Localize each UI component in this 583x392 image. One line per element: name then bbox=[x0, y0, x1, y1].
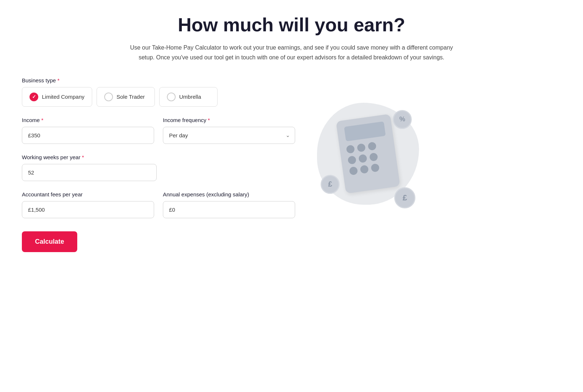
radio-sole-trader[interactable]: Sole Trader bbox=[97, 87, 155, 107]
sole-trader-label: Sole Trader bbox=[117, 94, 145, 100]
fees-row: Accountant fees per year Annual expenses… bbox=[22, 191, 295, 228]
business-type-label: Business type * bbox=[22, 77, 295, 83]
calc-btn-6 bbox=[369, 152, 378, 161]
annual-expenses-group: Annual expenses (excluding salary) bbox=[163, 191, 295, 218]
pound-badge-right: £ bbox=[394, 187, 415, 208]
income-required-star: * bbox=[41, 117, 43, 123]
working-weeks-group: Working weeks per year * bbox=[22, 154, 295, 181]
pound-badge-left: £ bbox=[321, 175, 340, 194]
illustration-section: % £ £ bbox=[310, 99, 426, 216]
income-label: Income * bbox=[22, 117, 154, 123]
calc-btn-3 bbox=[368, 141, 377, 150]
radio-circle-sole bbox=[104, 93, 113, 101]
radio-limited-company[interactable]: Limited Company bbox=[22, 87, 92, 107]
radio-circle-umbrella bbox=[167, 93, 176, 101]
income-group: Income * bbox=[22, 117, 154, 144]
freq-required-star: * bbox=[208, 117, 210, 123]
calc-btn-7 bbox=[349, 166, 358, 175]
checkmark-icon bbox=[30, 93, 38, 101]
calc-btn-1 bbox=[346, 145, 355, 154]
calculator-screen bbox=[344, 121, 386, 141]
accountant-fees-label: Accountant fees per year bbox=[22, 191, 154, 197]
required-star: * bbox=[57, 77, 59, 83]
calc-btn-2 bbox=[357, 143, 366, 152]
form-section: Business type * Limited Company Sole Tra… bbox=[22, 77, 295, 252]
calculator-illustration: % £ £ bbox=[313, 99, 423, 216]
calc-btn-9 bbox=[371, 163, 380, 172]
page-title: How much will you earn? bbox=[22, 15, 561, 35]
radio-umbrella[interactable]: Umbrella bbox=[159, 87, 218, 107]
annual-expenses-input[interactable] bbox=[163, 201, 295, 218]
income-frequency-group: Income frequency * Per day Per week Per … bbox=[163, 117, 295, 144]
calc-btn-8 bbox=[360, 165, 369, 174]
accountant-fees-group: Accountant fees per year bbox=[22, 191, 154, 218]
income-frequency-label: Income frequency * bbox=[163, 117, 295, 123]
income-frequency-select[interactable]: Per day Per week Per month Per year bbox=[163, 127, 295, 144]
accountant-fees-input[interactable] bbox=[22, 201, 154, 218]
working-weeks-label: Working weeks per year * bbox=[22, 154, 295, 160]
percent-badge: % bbox=[393, 110, 412, 129]
calc-btn-5 bbox=[358, 154, 367, 163]
weeks-required-star: * bbox=[82, 154, 84, 160]
income-row: Income * Income frequency * Per day Per … bbox=[22, 117, 295, 154]
radio-group-business-type: Limited Company Sole Trader Umbrella bbox=[22, 87, 295, 107]
working-weeks-input[interactable] bbox=[22, 164, 157, 181]
calculate-button[interactable]: Calculate bbox=[22, 231, 77, 252]
income-frequency-select-wrapper: Per day Per week Per month Per year ⌄ bbox=[163, 127, 295, 144]
income-input[interactable] bbox=[22, 127, 154, 144]
calc-btn-4 bbox=[348, 155, 357, 164]
business-type-group: Business type * Limited Company Sole Tra… bbox=[22, 77, 295, 107]
calculator-body bbox=[336, 114, 400, 193]
calculator-buttons bbox=[346, 141, 380, 175]
annual-expenses-label: Annual expenses (excluding salary) bbox=[163, 191, 295, 197]
page-subtitle: Use our Take-Home Pay Calculator to work… bbox=[128, 43, 455, 62]
limited-company-label: Limited Company bbox=[42, 94, 85, 100]
umbrella-label: Umbrella bbox=[179, 94, 201, 100]
